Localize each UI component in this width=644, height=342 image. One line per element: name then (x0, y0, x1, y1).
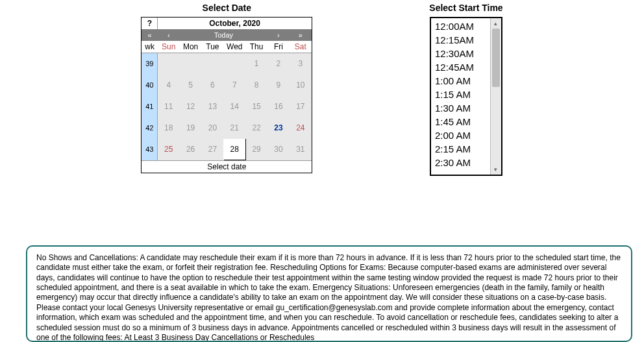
calendar-day[interactable]: 29 (245, 139, 267, 160)
calendar-prev-year[interactable]: « (142, 29, 158, 41)
time-option[interactable]: 2:00 AM (435, 128, 490, 142)
calendar-day (180, 53, 202, 75)
calendar-day[interactable]: 14 (223, 96, 245, 117)
policy-panel: No Shows and Cancellations: A candidate … (26, 245, 632, 342)
time-option[interactable]: 12:30AM (435, 47, 490, 60)
calendar-day[interactable]: 1 (245, 53, 267, 75)
calendar-day (158, 53, 180, 75)
calendar-day[interactable]: 16 (267, 96, 290, 117)
select-time-heading: Select Start Time (429, 3, 502, 13)
time-option[interactable]: 1:15 AM (435, 88, 490, 101)
calendar-month-year: October, 2020 (158, 18, 312, 29)
calendar-day[interactable]: 21 (223, 117, 245, 139)
calendar-day (202, 53, 224, 75)
time-option[interactable]: 1:00 AM (435, 74, 490, 88)
calendar-week-number: 42 (142, 117, 158, 139)
select-date-heading: Select Date (203, 3, 251, 13)
scroll-down-icon[interactable]: ▾ (491, 164, 501, 175)
calendar-help-button[interactable]: ? (142, 18, 158, 29)
calendar-week-number: 43 (142, 139, 158, 160)
calendar-next-month[interactable]: › (267, 29, 290, 41)
calendar-day[interactable]: 18 (158, 117, 180, 139)
time-option[interactable]: 2:30 AM (435, 156, 490, 169)
calendar-day[interactable]: 24 (290, 117, 312, 139)
time-option[interactable]: 1:30 AM (435, 101, 490, 115)
calendar-day[interactable]: 19 (180, 117, 202, 139)
time-option[interactable]: 12:45AM (435, 60, 490, 74)
calendar-day[interactable]: 3 (290, 53, 312, 75)
calendar-day[interactable]: 28 (223, 139, 245, 160)
time-option[interactable]: 12:00AM (435, 19, 490, 33)
calendar-day[interactable]: 13 (202, 96, 224, 117)
calendar-week-number: 41 (142, 96, 158, 117)
time-listbox: 12:00AM12:15AM12:30AM12:45AM1:00 AM1:15 … (430, 17, 502, 176)
calendar-day[interactable]: 23 (267, 117, 290, 139)
calendar-day[interactable]: 6 (202, 75, 224, 96)
calendar-day[interactable]: 31 (290, 139, 312, 160)
calendar-week-header: wk (142, 41, 158, 53)
calendar-day[interactable]: 17 (290, 96, 312, 117)
calendar-day[interactable]: 7 (223, 75, 245, 96)
time-scrollbar[interactable]: ▴ ▾ (490, 18, 501, 175)
calendar-day[interactable]: 10 (290, 75, 312, 96)
calendar: ? October, 2020 « ‹ Today › » wk Sun Mon (141, 17, 312, 173)
calendar-day[interactable]: 22 (245, 117, 267, 139)
calendar-day[interactable]: 8 (245, 75, 267, 96)
calendar-day[interactable]: 2 (267, 53, 290, 75)
policy-text: No Shows and Cancellations: A candidate … (36, 253, 621, 342)
calendar-footer: Select date (142, 160, 312, 173)
calendar-prev-month[interactable]: ‹ (158, 29, 180, 41)
calendar-day[interactable]: 27 (202, 139, 224, 160)
calendar-day[interactable]: 11 (158, 96, 180, 117)
time-option[interactable]: 1:45 AM (435, 115, 490, 128)
calendar-week-number: 40 (142, 75, 158, 96)
calendar-day[interactable]: 15 (245, 96, 267, 117)
calendar-day[interactable]: 20 (202, 117, 224, 139)
calendar-day[interactable]: 4 (158, 75, 180, 96)
calendar-day[interactable]: 12 (180, 96, 202, 117)
scroll-up-icon[interactable]: ▴ (491, 18, 501, 29)
calendar-day[interactable]: 26 (180, 139, 202, 160)
calendar-day[interactable]: 25 (158, 139, 180, 160)
calendar-day (223, 53, 245, 75)
calendar-day[interactable]: 30 (267, 139, 290, 160)
calendar-week-number: 39 (142, 53, 158, 75)
calendar-next-year[interactable]: » (290, 29, 312, 41)
calendar-day[interactable]: 5 (180, 75, 202, 96)
calendar-day[interactable]: 9 (267, 75, 290, 96)
time-option[interactable]: 12:15AM (435, 33, 490, 47)
time-option[interactable]: 2:15 AM (435, 142, 490, 156)
calendar-today-button[interactable]: Today (180, 29, 267, 41)
calendar-day-headers: wk Sun Mon Tue Wed Thu Fri Sat (142, 41, 312, 53)
scroll-thumb[interactable] (492, 29, 500, 87)
